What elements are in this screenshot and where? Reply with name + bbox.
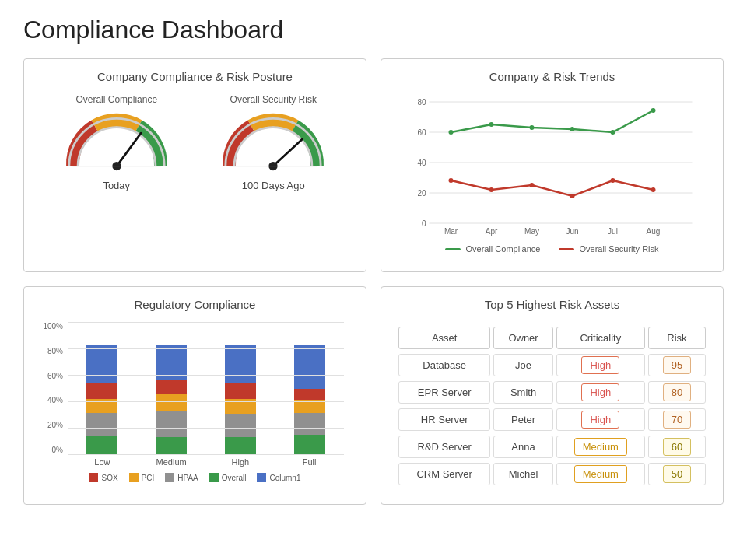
- cell-criticality: Medium: [556, 463, 645, 485]
- bar-x-labels: Low Medium High Full: [38, 454, 352, 467]
- svg-point-24: [530, 125, 535, 130]
- bar-legend-sox-label: SOX: [101, 474, 117, 482]
- svg-point-27: [651, 108, 656, 113]
- bar-group-medium: [137, 345, 206, 454]
- cell-owner: Anna: [493, 436, 552, 458]
- svg-text:20: 20: [417, 189, 426, 198]
- gridline-80: [68, 348, 344, 349]
- svg-line-0: [117, 133, 141, 166]
- bar-legend-pci-label: PCI: [142, 474, 155, 482]
- cell-asset: R&D Server: [398, 436, 490, 458]
- bar-medium-col1: [156, 437, 187, 454]
- criticality-badge: Medium: [574, 465, 627, 483]
- bar-low-overall: [86, 413, 117, 436]
- criticality-badge: High: [581, 356, 619, 374]
- svg-point-30: [530, 183, 535, 187]
- bar-legend-hpaa-color: [165, 473, 174, 482]
- trends-panel: Company & Risk Trends 80 60 40 20 0 Mar …: [381, 58, 724, 272]
- gauge2-label-bottom: 100 Days Ago: [242, 180, 305, 191]
- trends-chart-svg: 80 60 40 20 0 Mar Apr May Jun Jul Aug: [395, 94, 709, 238]
- svg-point-22: [449, 130, 454, 135]
- svg-point-25: [570, 127, 575, 131]
- risk-value: 80: [663, 383, 691, 401]
- bar-x-label-full: Full: [275, 457, 344, 467]
- bar-medium-overall: [156, 411, 187, 436]
- chart-legend: Overall Compliance Overall Security Risk: [395, 244, 709, 254]
- bar-low-sox: [86, 345, 117, 383]
- bar-full-overall: [294, 413, 325, 435]
- bar-medium-pci: [156, 380, 187, 394]
- bar-legend: SOX PCI HPAA Overall Column1: [38, 473, 352, 482]
- legend-risk-label: Overall Security Risk: [579, 244, 658, 254]
- table-row: HR ServerPeterHigh70: [398, 408, 706, 431]
- legend-risk: Overall Security Risk: [559, 244, 658, 254]
- bar-legend-col1-label: Column1: [269, 474, 300, 482]
- svg-text:Aug: Aug: [647, 227, 661, 236]
- assets-table: Asset Owner Criticality Risk DatabaseJoe…: [395, 322, 709, 490]
- gauges-container: Overall Compliance: [38, 94, 352, 198]
- bar-medium-hpaa: [156, 394, 187, 412]
- cell-criticality: High: [556, 381, 645, 404]
- svg-point-31: [570, 194, 575, 198]
- cell-owner: Michel: [493, 463, 552, 485]
- svg-text:0: 0: [422, 219, 426, 228]
- cell-owner: Peter: [493, 408, 552, 431]
- bar-chart-yaxis: 100% 80% 60% 40% 20% 0%: [38, 322, 66, 454]
- stacked-bar-low: [86, 345, 117, 454]
- bar-high-overall: [225, 414, 256, 436]
- gauge1-svg: [58, 111, 175, 173]
- trends-chart-container: 80 60 40 20 0 Mar Apr May Jun Jul Aug: [395, 94, 709, 257]
- bar-group-full: [275, 345, 344, 454]
- regulatory-panel: Regulatory Compliance 100% 80% 60% 40% 2…: [23, 286, 366, 505]
- bar-x-label-high: High: [206, 457, 275, 467]
- gridline-40: [68, 401, 344, 402]
- legend-compliance-label: Overall Compliance: [465, 244, 540, 254]
- gridline-100: [68, 322, 344, 323]
- col-header-owner: Owner: [493, 327, 552, 349]
- bar-x-label-medium: Medium: [137, 457, 206, 467]
- posture-panel: Company Compliance & Risk Posture Overal…: [23, 58, 366, 272]
- gridline-60: [68, 375, 344, 376]
- cell-criticality: Medium: [556, 436, 645, 458]
- svg-line-3: [273, 139, 303, 166]
- cell-risk: 70: [648, 408, 706, 431]
- risk-value: 60: [663, 438, 691, 456]
- bar-full-pci: [294, 389, 325, 400]
- col-header-criticality: Criticality: [556, 327, 645, 349]
- table-row: EPR ServerSmithHigh80: [398, 381, 706, 404]
- svg-text:60: 60: [417, 128, 426, 137]
- gridline-20: [68, 428, 344, 429]
- legend-risk-line: [559, 248, 574, 250]
- svg-point-29: [489, 187, 494, 192]
- assets-table-header-row: Asset Owner Criticality Risk: [398, 327, 706, 349]
- bar-full-sox: [294, 345, 325, 389]
- stacked-bar-high: [225, 345, 256, 454]
- cell-risk: 80: [648, 381, 706, 404]
- bar-legend-pci: PCI: [129, 473, 155, 482]
- gauge1-wrapper: Overall Compliance: [58, 94, 175, 191]
- svg-text:80: 80: [417, 98, 426, 107]
- cell-asset: EPR Server: [398, 381, 490, 404]
- svg-text:40: 40: [417, 159, 426, 167]
- bar-full-col1: [294, 435, 325, 454]
- svg-point-33: [651, 187, 656, 192]
- regulatory-panel-title: Regulatory Compliance: [38, 298, 352, 311]
- bar-group-low: [68, 345, 137, 454]
- cell-risk: 50: [648, 463, 706, 485]
- cell-asset: HR Server: [398, 408, 490, 431]
- stacked-bar-medium: [156, 345, 187, 454]
- svg-text:Mar: Mar: [444, 227, 458, 236]
- assets-panel: Top 5 Highest Risk Assets Asset Owner Cr…: [381, 286, 724, 505]
- bar-legend-overall-color: [209, 473, 219, 482]
- bar-high-col1: [225, 437, 256, 454]
- cell-owner: Smith: [493, 381, 552, 404]
- cell-criticality: High: [556, 408, 645, 431]
- svg-text:May: May: [524, 227, 539, 236]
- assets-panel-title: Top 5 Highest Risk Assets: [395, 298, 709, 311]
- bar-chart-area: 100% 80% 60% 40% 20% 0%: [38, 322, 352, 454]
- bar-legend-sox-color: [89, 473, 98, 482]
- cell-owner: Joe: [493, 354, 552, 376]
- bar-chart-container: 100% 80% 60% 40% 20% 0%: [38, 322, 352, 482]
- bar-high-pci: [225, 383, 256, 399]
- svg-text:Jul: Jul: [608, 227, 618, 236]
